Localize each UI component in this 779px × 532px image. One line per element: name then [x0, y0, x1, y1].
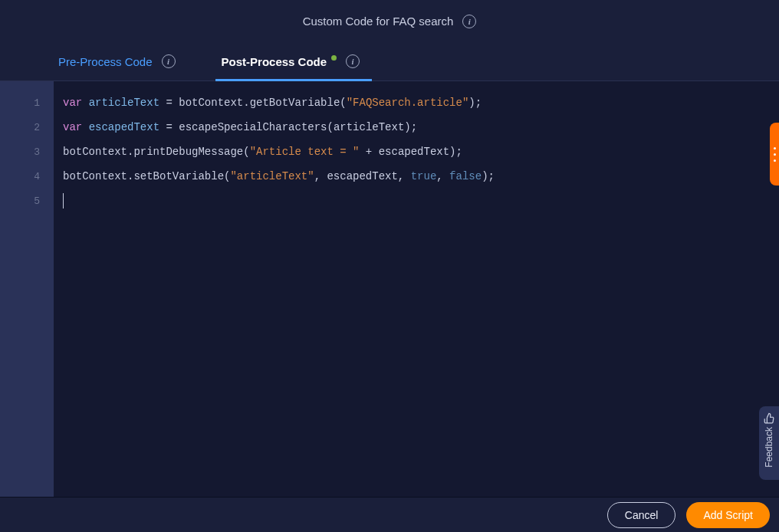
dialog-title: Custom Code for FAQ search — [303, 15, 454, 28]
dialog-footer: Cancel Add Script — [0, 497, 779, 532]
line-number: 5 — [0, 189, 54, 213]
feedback-tab[interactable]: Feedback — [759, 406, 779, 480]
line-number: 2 — [0, 115, 54, 140]
line-number: 3 — [0, 140, 54, 164]
code-line: botContext.printDebugMessage("Article te… — [63, 140, 779, 164]
info-icon[interactable]: i — [346, 54, 360, 68]
tab-label: Post-Process Code — [222, 55, 327, 68]
tab-pre-process-code[interactable]: Pre-Process Code i — [58, 42, 176, 80]
info-icon[interactable]: i — [162, 54, 176, 68]
code-line: botContext.setBotVariable("articleText",… — [63, 164, 779, 189]
thumbs-up-icon — [764, 412, 775, 424]
tab-post-process-code[interactable]: Post-Process Code i — [222, 42, 360, 80]
has-content-indicator-icon — [331, 55, 337, 61]
info-icon[interactable]: i — [462, 15, 476, 28]
dot-icon — [774, 159, 776, 162]
add-script-button[interactable]: Add Script — [686, 502, 770, 528]
text-cursor-icon — [63, 193, 64, 209]
line-number-gutter: 1 2 3 4 5 — [0, 81, 54, 497]
line-number: 1 — [0, 90, 54, 115]
code-line: var escapedText = escapeSpecialCharacter… — [63, 115, 779, 140]
code-editor: 1 2 3 4 5 var articleText = botContext.g… — [0, 80, 779, 497]
code-line — [63, 189, 779, 213]
feedback-label: Feedback — [764, 427, 774, 468]
side-panel-handle[interactable] — [770, 123, 779, 186]
tabs-bar: Pre-Process Code i Post-Process Code i — [0, 42, 779, 80]
dialog-header: Custom Code for FAQ search i — [0, 0, 779, 42]
dot-icon — [774, 153, 776, 156]
tab-label: Pre-Process Code — [58, 55, 153, 68]
cancel-button[interactable]: Cancel — [607, 502, 676, 528]
dot-icon — [774, 147, 776, 149]
code-line: var articleText = botContext.getBotVaria… — [63, 90, 779, 115]
code-textarea[interactable]: var articleText = botContext.getBotVaria… — [54, 81, 779, 497]
line-number: 4 — [0, 164, 54, 189]
